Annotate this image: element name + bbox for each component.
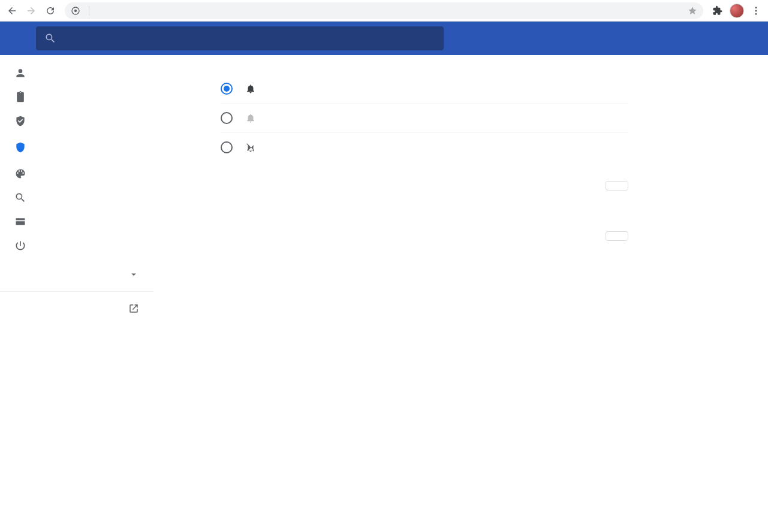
sidebar-separator bbox=[0, 291, 153, 292]
palette-icon bbox=[14, 168, 26, 180]
svg-point-3 bbox=[755, 10, 757, 11]
bell-quiet-icon bbox=[245, 113, 257, 123]
sidebar-item-safety-check[interactable] bbox=[0, 109, 153, 133]
extensions-button[interactable] bbox=[709, 2, 726, 19]
svg-point-2 bbox=[755, 7, 757, 8]
shield-check-icon bbox=[14, 115, 26, 127]
bookmark-star-icon[interactable] bbox=[688, 6, 697, 16]
sidebar-item-default-browser[interactable] bbox=[0, 210, 153, 234]
omnibox[interactable] bbox=[65, 2, 703, 19]
bell-off-icon bbox=[245, 142, 257, 153]
radio-sites-can-ask[interactable] bbox=[221, 74, 628, 103]
radio-indicator bbox=[221, 141, 233, 153]
svg-point-1 bbox=[74, 9, 77, 11]
settings-search[interactable] bbox=[36, 26, 444, 50]
sidebar-item-search-engine[interactable] bbox=[0, 186, 153, 210]
omnibox-separator bbox=[89, 6, 89, 16]
app-header bbox=[0, 22, 768, 55]
site-chip bbox=[71, 6, 84, 16]
power-icon bbox=[14, 240, 26, 252]
chevron-down-icon bbox=[128, 269, 139, 280]
forward-button[interactable] bbox=[23, 2, 40, 19]
block-list-empty bbox=[221, 195, 628, 217]
kebab-menu[interactable] bbox=[748, 2, 764, 19]
sidebar-item-appearance[interactable] bbox=[0, 162, 153, 186]
chrome-icon bbox=[71, 6, 80, 16]
sidebar-item-autofill[interactable] bbox=[0, 85, 153, 109]
sidebar-item-you-and-google[interactable] bbox=[0, 61, 153, 85]
shield-icon bbox=[14, 141, 26, 153]
search-icon bbox=[14, 192, 26, 204]
profile-avatar[interactable] bbox=[728, 2, 745, 19]
reload-button[interactable] bbox=[42, 2, 59, 19]
radio-indicator bbox=[221, 83, 233, 95]
block-add-button[interactable] bbox=[606, 181, 628, 191]
browser-toolbar bbox=[0, 0, 768, 22]
sidebar-item-on-startup[interactable] bbox=[0, 234, 153, 258]
sidebar-item-privacy-security[interactable] bbox=[0, 133, 153, 162]
sidebar-extensions-link[interactable] bbox=[0, 297, 153, 321]
settings-sidebar bbox=[0, 55, 153, 532]
settings-search-input[interactable] bbox=[56, 33, 435, 44]
open-in-new-icon bbox=[128, 303, 139, 314]
sidebar-about-link[interactable] bbox=[0, 321, 153, 344]
allow-add-button[interactable] bbox=[606, 231, 628, 241]
person-icon bbox=[14, 67, 26, 79]
radio-block-all[interactable] bbox=[221, 132, 628, 162]
back-button[interactable] bbox=[4, 2, 20, 19]
radio-indicator bbox=[221, 112, 233, 124]
svg-point-4 bbox=[755, 13, 757, 14]
allow-list-header bbox=[221, 231, 628, 241]
block-list-header bbox=[221, 181, 628, 191]
sidebar-advanced-toggle[interactable] bbox=[0, 262, 153, 286]
search-icon bbox=[44, 32, 56, 44]
clipboard-icon bbox=[14, 91, 26, 103]
radio-quiet-mode[interactable] bbox=[221, 103, 628, 132]
settings-main bbox=[153, 55, 768, 532]
window-icon bbox=[14, 216, 26, 228]
settings-app bbox=[0, 22, 768, 532]
bell-icon bbox=[245, 83, 257, 94]
